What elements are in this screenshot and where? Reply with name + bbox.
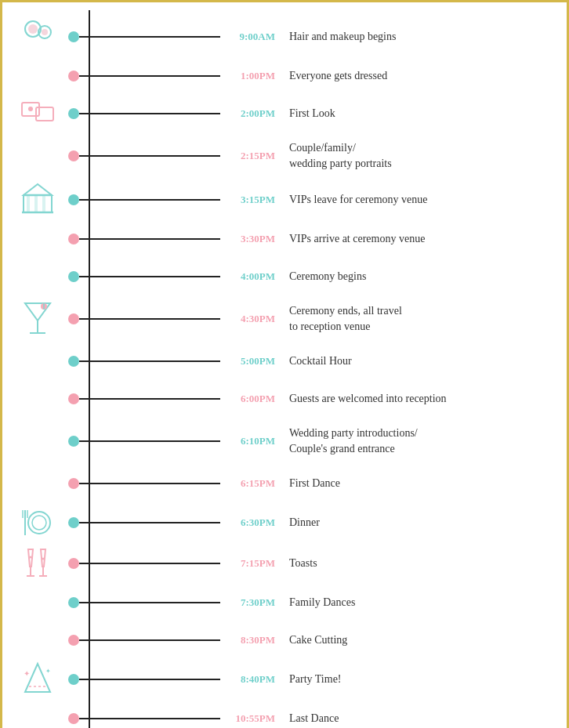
event-text: Hair and makeup begins	[283, 29, 567, 45]
photo-icon	[17, 95, 58, 132]
timeline-row: 5:00PM Cocktail Hour	[2, 342, 567, 380]
timeline-row: 6:30PM Dinner	[2, 502, 567, 543]
timeline-row: 3:30PM VIPs arrive at ceremony venue	[2, 220, 567, 258]
dot	[68, 150, 79, 161]
timeline-row: 4:30PM Ceremony ends, all travel to rece…	[2, 295, 567, 342]
horizontal-line	[79, 360, 220, 362]
icon-area	[2, 502, 73, 543]
dot-line	[73, 31, 220, 42]
church-icon	[17, 179, 58, 220]
dot-line	[73, 635, 220, 646]
timeline-row: 7:30PM Family Dances	[2, 584, 567, 621]
dot	[68, 674, 79, 685]
time-label: 10:55PM	[220, 712, 283, 725]
dot	[68, 108, 79, 119]
time-label: 2:15PM	[220, 150, 283, 162]
horizontal-line	[79, 718, 220, 719]
horizontal-line	[79, 276, 220, 277]
horizontal-line	[79, 155, 220, 157]
event-text: Ceremony ends, all travel to reception v…	[283, 303, 567, 334]
icon-area	[2, 95, 73, 132]
time-label: 3:30PM	[220, 233, 283, 245]
dot-line	[73, 271, 220, 282]
dot	[68, 271, 79, 282]
event-text: Ceremony begins	[283, 269, 567, 284]
horizontal-line	[79, 199, 220, 201]
time-label: 6:15PM	[220, 477, 283, 490]
event-text: Last Dance	[283, 711, 567, 726]
event-text: Dinner	[283, 515, 567, 531]
time-label: 7:30PM	[220, 596, 283, 609]
toast-icon	[17, 543, 58, 584]
time-label: 7:15PM	[220, 557, 283, 570]
horizontal-line	[79, 639, 220, 641]
party-icon: ✦ ✦	[17, 659, 58, 700]
dot-line	[73, 558, 220, 569]
horizontal-line	[79, 483, 220, 484]
svg-point-30	[30, 556, 32, 559]
dot	[68, 517, 79, 528]
svg-text:✦: ✦	[45, 668, 51, 675]
event-text: Wedding party introductions/ Couple's gr…	[283, 426, 567, 456]
dot-line	[73, 313, 220, 324]
timeline-row: 10:55PM Last Dance	[2, 700, 567, 728]
timeline-row: 4:00PM Ceremony begins	[2, 258, 567, 295]
time-label: 4:00PM	[220, 270, 283, 283]
dot-line	[73, 356, 220, 367]
horizontal-line	[79, 36, 220, 38]
timeline-row: 6:15PM First Dance	[2, 465, 567, 502]
timeline-row: 1:00PM Everyone gets dressed	[2, 57, 567, 95]
svg-rect-9	[34, 195, 38, 212]
svg-point-6	[28, 107, 33, 111]
event-text: Cake Cutting	[283, 632, 567, 648]
horizontal-line	[79, 113, 220, 114]
timeline-row: 7:15PM Toasts	[2, 543, 567, 584]
event-text: Cocktail Hour	[283, 353, 567, 369]
time-label: 8:40PM	[220, 673, 283, 686]
dot-line	[73, 71, 220, 81]
timeline: 9:00AM Hair and makeup begins 1:00PM Eve…	[2, 10, 567, 728]
page: 9:00AM Hair and makeup begins 1:00PM Eve…	[0, 0, 569, 728]
dot	[68, 713, 79, 724]
timeline-row: 3:15PM VIPs leave for ceremony venue	[2, 179, 567, 220]
icon-area: ✦ ✦	[2, 659, 73, 700]
time-label: 6:30PM	[220, 516, 283, 529]
dot	[68, 194, 79, 205]
event-text: First Look	[283, 106, 567, 121]
icon-area	[2, 297, 73, 341]
horizontal-line	[79, 679, 220, 680]
timeline-row: 2:00PM First Look	[2, 95, 567, 132]
time-label: 1:00PM	[220, 70, 283, 82]
cocktail-icon	[19, 297, 56, 341]
svg-rect-8	[27, 195, 30, 212]
svg-point-20	[32, 516, 46, 530]
time-label: 9:00AM	[220, 31, 283, 43]
dot	[68, 234, 79, 244]
dot	[68, 478, 79, 489]
horizontal-line	[79, 318, 220, 320]
time-label: 6:00PM	[220, 393, 283, 405]
event-text: Toasts	[283, 556, 567, 571]
dot	[68, 393, 79, 404]
event-text: Couple/family/ wedding party portraits	[283, 140, 567, 171]
dot-line	[73, 108, 220, 119]
event-text: First Dance	[283, 476, 567, 491]
time-label: 6:10PM	[220, 435, 283, 447]
dinner-icon	[17, 502, 58, 543]
svg-point-3	[42, 29, 48, 35]
dot	[68, 71, 79, 81]
event-text: Party Time!	[283, 672, 567, 687]
dot-line	[73, 478, 220, 489]
dot	[68, 558, 79, 569]
event-text: VIPs arrive at ceremony venue	[283, 231, 567, 247]
event-text: Everyone gets dressed	[283, 68, 567, 84]
horizontal-line	[79, 602, 220, 603]
svg-rect-10	[42, 195, 45, 212]
time-label: 4:30PM	[220, 313, 283, 325]
svg-marker-13	[24, 184, 52, 195]
icon-area	[2, 16, 73, 57]
svg-point-31	[42, 558, 45, 560]
dot-line	[73, 674, 220, 685]
time-label: 8:30PM	[220, 634, 283, 647]
makeup-icon	[17, 16, 58, 57]
